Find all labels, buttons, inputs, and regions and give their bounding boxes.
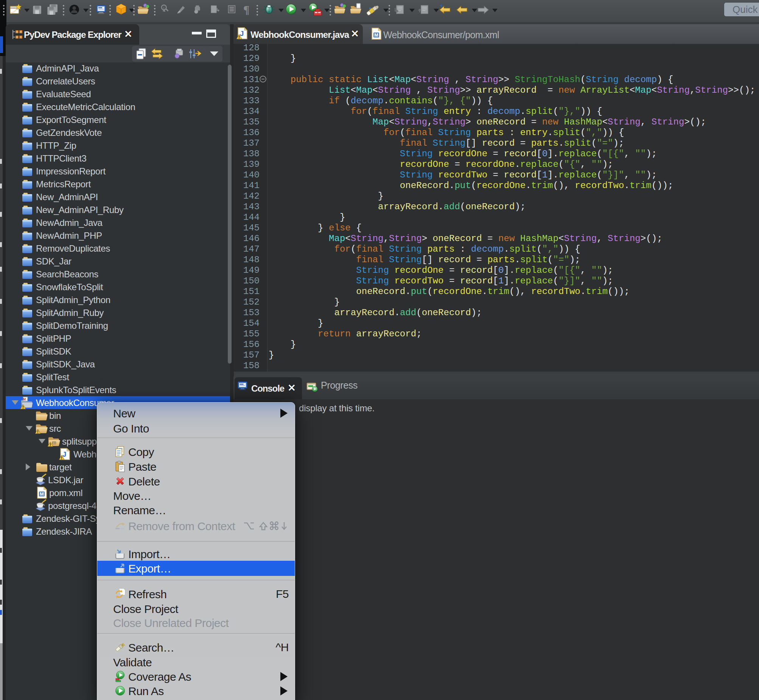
- svg-text:C: C: [163, 6, 166, 10]
- svg-text:J: J: [27, 397, 30, 401]
- svg-text:M: M: [40, 491, 44, 497]
- svg-text:M: M: [374, 32, 378, 38]
- svg-text:M: M: [23, 397, 26, 401]
